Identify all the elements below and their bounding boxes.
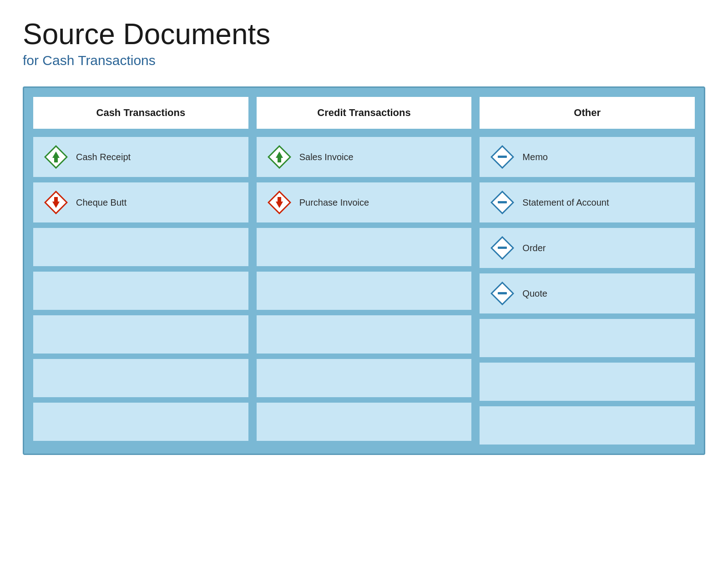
svg-rect-11 bbox=[498, 201, 507, 203]
cell-label-other-0: Memo bbox=[522, 152, 548, 162]
icon-blue-minus bbox=[490, 145, 514, 169]
icon-green-up bbox=[268, 145, 291, 169]
column-cash: Cash Transactions Cash Receipt Cheque Bu… bbox=[32, 96, 249, 445]
icon-green-up bbox=[44, 145, 68, 169]
icon-blue-minus bbox=[490, 191, 514, 214]
cell-credit-1: Purchase Invoice bbox=[256, 182, 473, 223]
header-other: Other bbox=[479, 96, 696, 130]
cell-label-other-2: Order bbox=[522, 243, 546, 253]
icon-blue-minus bbox=[490, 282, 514, 305]
svg-rect-15 bbox=[498, 292, 507, 294]
cell-credit-0: Sales Invoice bbox=[256, 136, 473, 178]
cell-label-other-1: Statement of Account bbox=[522, 197, 609, 208]
cell-other-1: Statement of Account bbox=[479, 182, 696, 223]
empty-cell-cash-2 bbox=[32, 227, 249, 267]
cell-label-cash-0: Cash Receipt bbox=[76, 152, 131, 162]
icon-blue-minus bbox=[490, 236, 514, 260]
empty-cell-credit-6 bbox=[256, 402, 473, 442]
cell-label-cash-1: Cheque Butt bbox=[76, 197, 126, 208]
cell-other-2: Order bbox=[479, 227, 696, 269]
cell-cash-1: Cheque Butt bbox=[32, 182, 249, 223]
empty-cell-cash-3 bbox=[32, 271, 249, 311]
cell-label-credit-1: Purchase Invoice bbox=[299, 197, 369, 208]
grid: Cash Transactions Cash Receipt Cheque Bu… bbox=[32, 96, 696, 445]
column-other: Other Memo Statement of Account Order Qu… bbox=[479, 96, 696, 445]
empty-cell-other-5 bbox=[479, 362, 696, 402]
empty-cell-other-4 bbox=[479, 318, 696, 358]
page-subtitle: for Cash Transactions bbox=[23, 53, 705, 68]
cell-other-3: Quote bbox=[479, 273, 696, 314]
empty-cell-credit-3 bbox=[256, 271, 473, 311]
main-container: Cash Transactions Cash Receipt Cheque Bu… bbox=[23, 86, 705, 455]
svg-rect-13 bbox=[498, 247, 507, 249]
empty-cell-cash-5 bbox=[32, 358, 249, 398]
cell-other-0: Memo bbox=[479, 136, 696, 178]
empty-cell-cash-4 bbox=[32, 314, 249, 354]
cell-label-credit-0: Sales Invoice bbox=[299, 152, 354, 162]
icon-red-down bbox=[44, 191, 68, 214]
svg-rect-9 bbox=[498, 156, 507, 158]
empty-cell-credit-5 bbox=[256, 358, 473, 398]
empty-cell-cash-6 bbox=[32, 402, 249, 442]
cell-label-other-3: Quote bbox=[522, 288, 547, 299]
header-credit: Credit Transactions bbox=[256, 96, 473, 130]
empty-cell-other-6 bbox=[479, 405, 696, 445]
icon-red-down bbox=[268, 191, 291, 214]
column-credit: Credit Transactions Sales Invoice Purcha… bbox=[256, 96, 473, 445]
empty-cell-credit-4 bbox=[256, 314, 473, 354]
page-title: Source Documents bbox=[23, 18, 705, 50]
header-cash: Cash Transactions bbox=[32, 96, 249, 130]
empty-cell-credit-2 bbox=[256, 227, 473, 267]
cell-cash-0: Cash Receipt bbox=[32, 136, 249, 178]
